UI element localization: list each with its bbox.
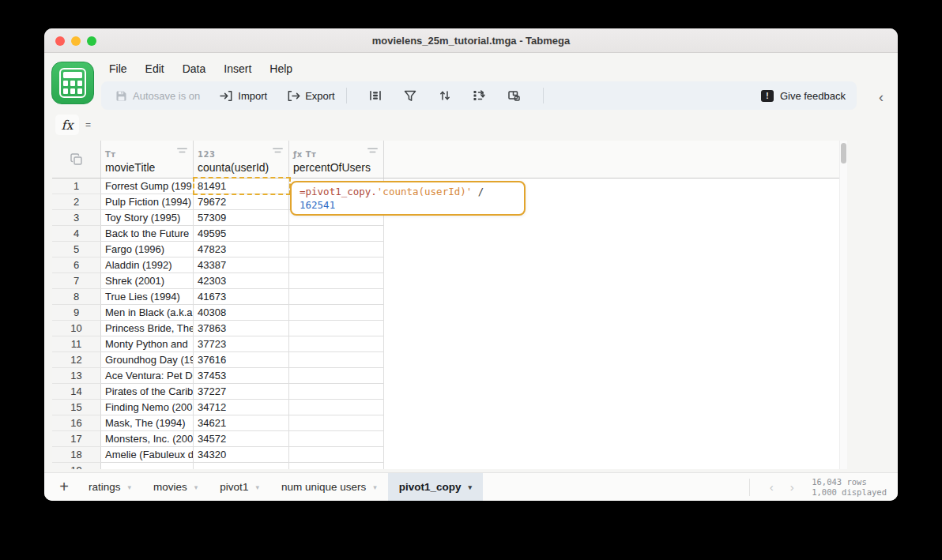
import-button[interactable]: Import xyxy=(219,88,267,103)
count-cell[interactable]: 41673 xyxy=(194,289,289,305)
percent-cell[interactable] xyxy=(289,352,384,368)
row-number-cell[interactable]: 18 xyxy=(52,447,101,463)
autosave-toggle[interactable]: Autosave is on xyxy=(114,88,200,103)
tab-chevron-down-icon[interactable]: ▾ xyxy=(128,483,132,491)
row-number-cell[interactable]: 2 xyxy=(52,194,101,210)
count-cell[interactable]: 34320 xyxy=(194,447,289,463)
count-cell[interactable]: 37227 xyxy=(194,384,289,400)
formula-editor-popup[interactable]: =pivot1_copy.'counta(userId)' / 162541 xyxy=(290,181,526,216)
sheet-tab-movies[interactable]: movies▾ xyxy=(142,473,209,501)
movie-title-cell[interactable]: Finding Nemo (200 xyxy=(101,400,194,415)
join-icon[interactable] xyxy=(507,88,522,103)
sheet-tab-pivot1_copy[interactable]: pivot1_copy▾ xyxy=(388,473,483,501)
add-sheet-button[interactable]: + xyxy=(51,473,77,501)
movie-title-cell[interactable]: Groundhog Day (19 xyxy=(101,352,194,368)
percent-cell[interactable] xyxy=(289,226,384,242)
percent-cell[interactable] xyxy=(289,368,384,384)
percent-cell[interactable] xyxy=(289,257,384,273)
vertical-scrollbar[interactable] xyxy=(839,141,847,469)
movie-title-cell[interactable]: True Lies (1994) xyxy=(101,289,194,305)
row-number-cell[interactable]: 7 xyxy=(52,273,101,289)
sheet-tab-pivot1[interactable]: pivot1▾ xyxy=(209,473,270,501)
row-number-cell[interactable]: 1 xyxy=(52,179,101,194)
select-all-corner[interactable] xyxy=(52,141,101,178)
movie-title-cell[interactable]: Toy Story (1995) xyxy=(101,210,194,226)
movie-title-cell[interactable]: Amelie (Fabuleux d xyxy=(101,447,194,463)
movie-title-cell[interactable]: Pulp Fiction (1994) xyxy=(101,194,194,210)
movie-title-cell[interactable]: Ace Ventura: Pet De xyxy=(101,368,194,384)
count-cell[interactable]: 57309 xyxy=(194,210,289,226)
percent-cell[interactable] xyxy=(289,273,384,289)
count-cell[interactable] xyxy=(194,463,289,469)
tab-chevron-down-icon[interactable]: ▾ xyxy=(373,483,377,491)
count-cell[interactable]: 42303 xyxy=(194,273,289,289)
column-header-movietitle[interactable]: TᴛmovieTitle xyxy=(101,141,194,178)
row-number-cell[interactable]: 6 xyxy=(52,257,101,273)
count-cell[interactable]: 49595 xyxy=(194,226,289,242)
sheet-tab-ratings[interactable]: ratings▾ xyxy=(77,473,142,501)
menu-item-help[interactable]: Help xyxy=(269,60,292,77)
movie-title-cell[interactable]: Fargo (1996) xyxy=(101,242,194,257)
count-cell[interactable]: 34621 xyxy=(194,415,289,431)
row-number-cell[interactable]: 15 xyxy=(52,400,101,415)
column-header-percentofusers[interactable]: ƒx TᴛpercentOfUsers xyxy=(289,141,384,178)
percent-cell[interactable] xyxy=(289,242,384,257)
row-number-cell[interactable]: 4 xyxy=(52,226,101,242)
export-button[interactable]: Export xyxy=(286,88,335,103)
column-stats-icon[interactable] xyxy=(368,88,382,103)
prev-page-button[interactable]: ‹ xyxy=(761,480,782,494)
next-page-button[interactable]: › xyxy=(782,480,802,494)
movie-title-cell[interactable]: Forrest Gump (199 xyxy=(101,179,194,194)
percent-cell[interactable] xyxy=(289,321,384,336)
give-feedback-button[interactable]: ! Give feedback xyxy=(761,90,846,102)
menu-item-file[interactable]: File xyxy=(109,60,127,77)
filter-icon[interactable] xyxy=(403,88,417,103)
movie-title-cell[interactable]: Pirates of the Carib xyxy=(101,384,194,400)
percent-cell[interactable] xyxy=(289,305,384,321)
movie-title-cell[interactable]: Back to the Future xyxy=(101,226,194,242)
count-cell[interactable]: 81491 xyxy=(194,179,289,194)
count-cell[interactable]: 79672 xyxy=(194,194,289,210)
tab-chevron-down-icon[interactable]: ▾ xyxy=(255,483,259,491)
movie-title-cell[interactable]: Men in Black (a.k.a. xyxy=(101,305,194,321)
row-number-cell[interactable]: 9 xyxy=(52,305,101,321)
percent-cell[interactable] xyxy=(289,415,384,431)
count-cell[interactable]: 37863 xyxy=(194,321,289,336)
row-number-cell[interactable]: 14 xyxy=(52,384,101,400)
column-filter-icon[interactable] xyxy=(177,148,187,154)
count-cell[interactable]: 37616 xyxy=(194,352,289,368)
menu-item-insert[interactable]: Insert xyxy=(224,60,251,77)
sort-icon[interactable] xyxy=(438,88,452,103)
count-cell[interactable]: 47823 xyxy=(194,242,289,257)
row-number-cell[interactable]: 3 xyxy=(52,210,101,226)
movie-title-cell[interactable]: Shrek (2001) xyxy=(101,273,194,289)
percent-cell[interactable] xyxy=(289,431,384,447)
menu-item-data[interactable]: Data xyxy=(183,60,206,77)
column-filter-icon[interactable] xyxy=(367,148,378,154)
scrollbar-thumb[interactable] xyxy=(841,143,846,163)
row-number-cell[interactable]: 19 xyxy=(52,463,101,469)
row-number-cell[interactable]: 11 xyxy=(52,336,101,352)
row-number-cell[interactable]: 12 xyxy=(52,352,101,368)
column-filter-icon[interactable] xyxy=(273,148,283,154)
movie-title-cell[interactable]: Princess Bride, The xyxy=(101,321,194,336)
row-number-cell[interactable]: 8 xyxy=(52,289,101,305)
movie-title-cell[interactable] xyxy=(101,463,194,469)
movie-title-cell[interactable]: Monsters, Inc. (200 xyxy=(101,431,194,447)
movie-title-cell[interactable]: Mask, The (1994) xyxy=(101,415,194,431)
percent-cell[interactable] xyxy=(289,289,384,305)
pivot-icon[interactable] xyxy=(473,88,487,103)
sheet-tab-num-unique-users[interactable]: num unique users▾ xyxy=(270,473,388,501)
row-number-cell[interactable]: 13 xyxy=(52,368,101,384)
tab-chevron-down-icon[interactable]: ▾ xyxy=(469,483,473,491)
row-number-cell[interactable]: 16 xyxy=(52,415,101,431)
percent-cell[interactable] xyxy=(289,447,384,463)
count-cell[interactable]: 43387 xyxy=(194,257,289,273)
row-number-cell[interactable]: 5 xyxy=(52,242,101,257)
percent-cell[interactable] xyxy=(289,463,384,469)
movie-title-cell[interactable]: Aladdin (1992) xyxy=(101,257,194,273)
tab-chevron-down-icon[interactable]: ▾ xyxy=(194,483,198,491)
row-number-cell[interactable]: 17 xyxy=(52,431,101,447)
percent-cell[interactable] xyxy=(289,400,384,415)
row-number-cell[interactable]: 10 xyxy=(52,321,101,336)
